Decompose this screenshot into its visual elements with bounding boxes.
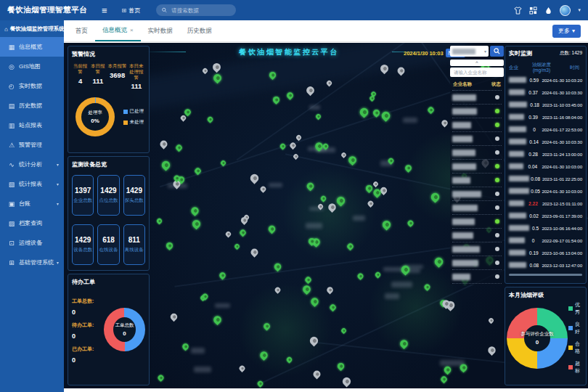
company-row[interactable] xyxy=(452,105,502,118)
realtime-row[interactable]: 0.142024-01-30 10:03:30 xyxy=(507,136,584,148)
sidebar-item-realtime-data[interactable]: ◴实时数据 xyxy=(0,76,64,96)
realtime-row[interactable]: 0.082023-11-01 22:25:00 xyxy=(507,173,584,185)
realtime-row[interactable]: 0.192023-10-06 13:04:00 xyxy=(507,247,584,259)
map-pin-offline[interactable] xyxy=(311,369,322,379)
tab-history[interactable]: 历史数据 xyxy=(180,20,219,41)
realtime-row[interactable]: 0.182023-11-10 03:45:00 xyxy=(507,99,584,111)
map-pin-offline[interactable] xyxy=(249,248,259,258)
map-pin-offline[interactable] xyxy=(293,153,299,160)
map-pin-online[interactable] xyxy=(165,241,174,250)
collapse-caret[interactable]: ^ xyxy=(450,60,504,66)
map-pin-online[interactable] xyxy=(181,343,190,351)
map-pin-online[interactable] xyxy=(271,95,281,105)
chevron-down-icon[interactable]: ▾ xyxy=(578,7,581,13)
map-pin-offline[interactable] xyxy=(440,119,449,128)
map-pin-online[interactable] xyxy=(207,116,214,123)
map-pin-online[interactable] xyxy=(340,327,347,334)
company-row[interactable] xyxy=(452,256,502,270)
sidebar-item-ledger[interactable]: ▣台账▾ xyxy=(0,194,64,213)
sidebar-item-archive-query[interactable]: ▨档案查询 xyxy=(0,213,64,233)
map-pin-offline[interactable] xyxy=(340,152,347,158)
map-pin-online[interactable] xyxy=(189,205,200,216)
realtime-row[interactable]: 02022-09-17 01:54:00 xyxy=(507,234,584,247)
map-pin-offline[interactable] xyxy=(305,85,316,96)
theme-skin-icon[interactable] xyxy=(514,7,522,15)
company-row[interactable] xyxy=(452,173,502,187)
map-pin-online[interactable] xyxy=(407,219,415,227)
sidebar-item-gis-map[interactable]: ◎GIS地图 xyxy=(0,57,64,76)
map-pin-online[interactable] xyxy=(427,106,435,114)
flame-icon[interactable] xyxy=(544,7,552,15)
map-pin-online[interactable] xyxy=(234,243,240,250)
company-name-input[interactable] xyxy=(452,69,502,75)
close-icon[interactable]: × xyxy=(130,27,134,33)
company-select[interactable]: ▾ xyxy=(450,46,489,57)
company-row[interactable] xyxy=(452,118,502,132)
map-pin-online[interactable] xyxy=(285,91,294,99)
map-pin-online[interactable] xyxy=(315,113,322,119)
realtime-row[interactable]: 0.282023-11-24 13:00:00 xyxy=(507,148,584,160)
company-row[interactable] xyxy=(452,132,502,146)
company-search-button[interactable] xyxy=(490,46,504,57)
tab-realtime[interactable]: 实时数据 xyxy=(141,20,180,41)
map-pin-offline[interactable] xyxy=(238,364,246,372)
realtime-row[interactable]: 0.082023-12-03 12:47:00 xyxy=(507,259,584,271)
sidebar-item-stat-analysis[interactable]: ∿统计分析▾ xyxy=(0,155,64,174)
map-pin-online[interactable] xyxy=(190,219,202,230)
map-pin-offline[interactable] xyxy=(488,317,495,324)
map-pin-online[interactable] xyxy=(336,362,346,371)
company-row[interactable] xyxy=(452,146,502,160)
layout-icon[interactable] xyxy=(529,7,537,15)
map-pin-online[interactable] xyxy=(303,276,311,284)
sidebar-item-stat-report[interactable]: ▧统计报表▾ xyxy=(0,174,64,194)
hamburger-icon[interactable]: ≡ xyxy=(102,6,107,15)
map-pin-online[interactable] xyxy=(160,159,172,171)
sidebar-item-base-system[interactable]: ⊞基础管理系统▾ xyxy=(0,253,64,272)
realtime-row[interactable]: 0.592024-01-30 10:03:20 xyxy=(507,74,584,86)
realtime-row[interactable]: 02024-01-17 22:53:00 xyxy=(507,123,584,136)
map-pin-online[interactable] xyxy=(346,155,357,166)
map-pin-offline[interactable] xyxy=(259,185,267,193)
topbar-home-chip[interactable]: ⊞ 首页 xyxy=(122,7,141,15)
sidebar-item-ops-device[interactable]: ⊡运维设备 xyxy=(0,233,64,253)
map-pin-online[interactable] xyxy=(357,273,365,281)
sidebar-item-site-report[interactable]: ▥站点报表 xyxy=(0,115,64,135)
company-row[interactable] xyxy=(452,229,502,242)
sidebar-item-alert-manage[interactable]: ⚠预警管理 xyxy=(0,135,64,155)
company-row[interactable] xyxy=(452,201,502,215)
realtime-row[interactable]: 0.52023-10-06 16:44:00 xyxy=(507,222,584,234)
user-avatar[interactable] xyxy=(560,5,571,16)
map-pin-online[interactable] xyxy=(267,224,277,233)
map-pin-offline[interactable] xyxy=(224,231,232,238)
map-pin-online[interactable] xyxy=(212,314,223,325)
sidebar-item-history-data[interactable]: ▤历史数据 xyxy=(0,96,64,115)
map-pin-online[interactable] xyxy=(175,144,183,152)
map-pin-online[interactable] xyxy=(443,365,452,375)
map-pin-offline[interactable] xyxy=(372,181,379,187)
sidebar-header[interactable]: ⌂ 餐饮油烟监控管理系统 ▴ xyxy=(0,20,64,37)
map-pin-online[interactable] xyxy=(157,374,165,382)
map-pin-online[interactable] xyxy=(329,303,337,311)
realtime-row[interactable]: 0.372024-01-30 10:03:30 xyxy=(507,86,584,99)
map-pin-online[interactable] xyxy=(156,218,163,225)
company-row[interactable] xyxy=(452,242,502,256)
map-pin-offline[interactable] xyxy=(248,173,260,184)
company-row[interactable] xyxy=(452,270,502,284)
tab-overview[interactable]: 信息概览× xyxy=(95,20,141,41)
sidebar-item-overview[interactable]: ▦信息概览 xyxy=(0,37,64,57)
map-pin-online[interactable] xyxy=(279,142,287,150)
map-pin-online[interactable] xyxy=(239,228,247,236)
horizontal-scrollbar[interactable] xyxy=(509,274,582,276)
more-button[interactable]: 更多 ▾ xyxy=(552,25,581,38)
realtime-row[interactable]: 0.052024-01-30 10:03:00 xyxy=(507,185,584,197)
map-pin-offline[interactable] xyxy=(326,285,335,294)
tab-home[interactable]: 首页 xyxy=(68,20,95,41)
realtime-row[interactable]: 0.042024-01-30 10:03:00 xyxy=(507,160,584,173)
company-row[interactable] xyxy=(452,91,502,105)
realtime-row[interactable]: 0.392023-11-16 08:04:00 xyxy=(507,111,584,123)
global-search-input[interactable] xyxy=(170,7,230,15)
map-pin-online[interactable] xyxy=(440,375,448,383)
company-row[interactable] xyxy=(452,187,502,201)
map-pin-offline[interactable] xyxy=(340,375,352,387)
map-pin-offline[interactable] xyxy=(169,312,179,322)
